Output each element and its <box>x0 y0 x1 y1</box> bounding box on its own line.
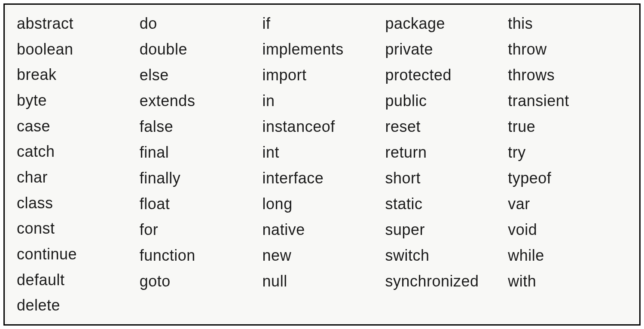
keyword-cell: with <box>508 268 631 294</box>
keyword-cell: const <box>17 216 140 241</box>
keyword-cell: continue <box>17 241 140 267</box>
keyword-cell: for <box>140 217 262 243</box>
keyword-cell: throw <box>508 37 631 62</box>
keyword-cell: private <box>385 37 508 62</box>
keyword-cell: default <box>17 267 140 293</box>
keyword-cell: void <box>508 217 631 243</box>
keyword-cell: case <box>17 113 140 139</box>
keyword-cell: false <box>140 114 262 140</box>
keyword-cell: switch <box>385 243 508 268</box>
keyword-cell: do <box>140 11 262 37</box>
keyword-cell: char <box>17 164 140 190</box>
keyword-cell: transient <box>508 88 631 114</box>
keyword-cell: delete <box>17 292 140 318</box>
keyword-cell: double <box>140 37 262 62</box>
keyword-cell: extends <box>140 88 262 114</box>
keyword-cell: long <box>262 191 385 217</box>
keyword-cell: boolean <box>17 37 140 62</box>
keyword-cell: throws <box>508 62 631 88</box>
column-4: this throw throws transient true try typ… <box>508 11 631 318</box>
keyword-cell: else <box>140 62 262 88</box>
keyword-cell: typeof <box>508 165 631 191</box>
keyword-cell: interface <box>262 165 385 191</box>
column-3: package private protected public reset r… <box>385 11 508 318</box>
keyword-cell: true <box>508 114 631 140</box>
keyword-cell: break <box>17 62 140 88</box>
column-2: if implements import in instanceof int i… <box>262 11 385 318</box>
keyword-cell: reset <box>385 114 508 140</box>
keyword-cell: super <box>385 217 508 243</box>
keyword-cell: var <box>508 191 631 217</box>
keyword-cell: static <box>385 191 508 217</box>
keyword-cell: instanceof <box>262 114 385 140</box>
keyword-cell: abstract <box>17 11 140 37</box>
keyword-cell: final <box>140 140 262 165</box>
keyword-cell: return <box>385 140 508 165</box>
keyword-cell: null <box>262 268 385 294</box>
keyword-table: abstract boolean break byte case catch c… <box>3 3 641 326</box>
keyword-cell: function <box>140 243 262 268</box>
keyword-cell: protected <box>385 62 508 88</box>
keyword-cell: byte <box>17 88 140 113</box>
keyword-cell: implements <box>262 37 385 62</box>
keyword-cell: new <box>262 243 385 268</box>
keyword-cell: finally <box>140 165 262 191</box>
keyword-cell: package <box>385 11 508 37</box>
keyword-cell: class <box>17 190 140 216</box>
keyword-cell: synchronized <box>385 268 508 294</box>
keyword-cell: int <box>262 140 385 165</box>
keyword-cell: catch <box>17 139 140 164</box>
column-0: abstract boolean break byte case catch c… <box>17 11 140 318</box>
keyword-cell: while <box>508 243 631 268</box>
keyword-cell: goto <box>140 268 262 294</box>
keyword-cell: public <box>385 88 508 114</box>
keyword-cell: if <box>262 11 385 37</box>
keyword-cell: import <box>262 62 385 88</box>
keyword-cell: try <box>508 140 631 165</box>
keyword-cell: native <box>262 217 385 243</box>
keyword-cell: in <box>262 88 385 114</box>
keyword-cell: short <box>385 165 508 191</box>
column-1: do double else extends false final final… <box>140 11 262 318</box>
keyword-cell: this <box>508 11 631 37</box>
keyword-cell: float <box>140 191 262 217</box>
